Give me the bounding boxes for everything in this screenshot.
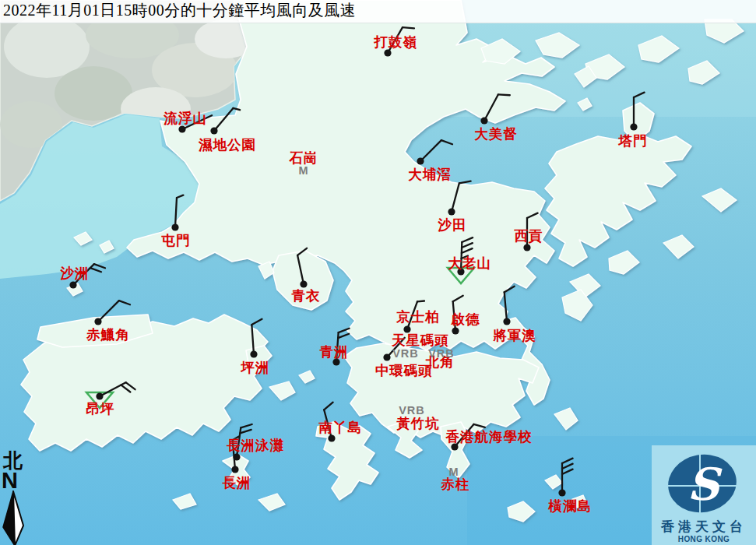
map-title: 2022年11月01日15時00分的十分鐘平均風向及風速 xyxy=(0,0,756,21)
hko-monogram: S xyxy=(687,458,723,510)
wind-map-screenshot: 打鼓嶺流浮山濕地公園石崗M大美督塔門大埔滘沙田屯門沙洲西貢大老山青衣赤鱲角京士柏… xyxy=(0,0,756,545)
north-label-letter: N xyxy=(2,470,33,490)
hko-emblem-icon: S xyxy=(652,445,756,517)
north-indicator: 北 N xyxy=(2,451,33,545)
title-bar: 2022年11月01日15時00分的十分鐘平均風向及風速 xyxy=(0,0,756,23)
north-arrow-icon xyxy=(2,490,26,545)
logo-name-english: HONG KONG OBSERVATORY xyxy=(652,534,756,545)
hko-logo: S 香港天文台 HONG KONG OBSERVATORY xyxy=(652,445,756,545)
hong-kong-map xyxy=(0,0,756,545)
logo-name-chinese: 香港天文台 xyxy=(652,520,756,534)
